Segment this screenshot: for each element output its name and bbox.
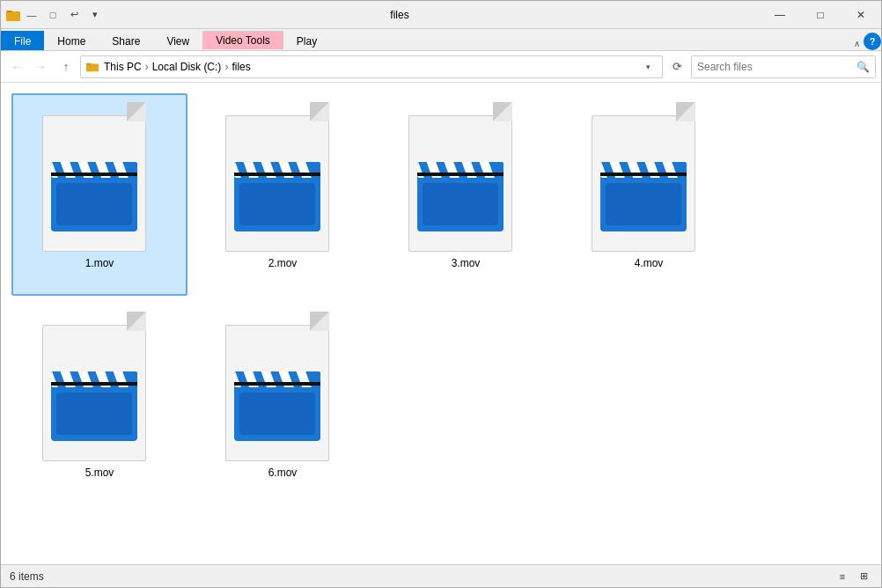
search-icon: 🔍 <box>856 61 870 73</box>
file-label: 5.mov <box>85 467 114 479</box>
svg-rect-3 <box>86 62 91 64</box>
breadcrumb-folder-icon <box>86 61 99 73</box>
clapper-icon <box>231 349 324 449</box>
minimize-button[interactable]: — <box>760 1 800 29</box>
address-bar[interactable]: This PC › Local Disk (C:) › files ▾ <box>80 55 663 78</box>
breadcrumb-localdisk[interactable]: Local Disk (C:) <box>152 61 222 73</box>
maximize-button[interactable]: □ <box>800 1 841 29</box>
status-bar: 6 items ≡ ⊞ <box>1 564 881 587</box>
file-item[interactable]: 3.mov <box>378 93 554 296</box>
ribbon-tabs: File Home Share View Video Tools Play ∧ … <box>1 29 881 50</box>
breadcrumb-thispc[interactable]: This PC <box>104 61 142 73</box>
clapper-icon <box>231 139 324 239</box>
clapper-icon <box>48 349 141 449</box>
svg-rect-34 <box>234 173 320 176</box>
back-button[interactable]: ← <box>6 56 27 77</box>
file-item[interactable]: 2.mov <box>195 93 371 296</box>
file-icon <box>42 102 157 252</box>
folder-icon <box>6 8 20 22</box>
large-icons-view-button[interactable]: ⊞ <box>855 568 872 585</box>
file-icon <box>225 312 340 461</box>
file-label: 6.mov <box>268 467 298 479</box>
file-icon <box>408 102 523 252</box>
file-icon <box>592 102 706 252</box>
svg-rect-1 <box>6 11 12 12</box>
help-button[interactable]: ? <box>864 33 881 50</box>
svg-rect-83 <box>56 393 132 435</box>
file-icon <box>225 102 340 252</box>
minimize-qat[interactable]: — <box>22 5 41 25</box>
search-box[interactable]: 🔍 <box>691 55 876 78</box>
tab-videotools[interactable]: Video Tools <box>202 31 283 50</box>
svg-rect-50 <box>417 173 503 176</box>
tab-play[interactable]: Play <box>283 31 330 50</box>
svg-rect-99 <box>239 393 315 435</box>
svg-rect-19 <box>56 183 132 225</box>
window-controls: — □ ✕ <box>760 1 881 29</box>
file-icon <box>42 312 157 461</box>
title-bar: — □ ↩ ▾ files — □ ✕ <box>1 1 881 29</box>
svg-rect-67 <box>606 183 681 225</box>
file-item[interactable]: 1.mov <box>11 93 187 296</box>
svg-rect-2 <box>86 63 99 71</box>
up-button[interactable]: ↑ <box>55 56 77 77</box>
svg-rect-51 <box>423 183 498 225</box>
item-count: 6 items <box>10 570 44 583</box>
file-label: 1.mov <box>85 257 114 269</box>
tab-share[interactable]: Share <box>99 31 153 50</box>
ribbon: File Home Share View Video Tools Play ∧ … <box>1 29 881 51</box>
svg-rect-35 <box>239 183 315 225</box>
file-label: 3.mov <box>452 257 481 269</box>
close-button[interactable]: ✕ <box>841 1 881 29</box>
file-item[interactable]: 6.mov <box>195 303 371 505</box>
svg-rect-18 <box>51 173 137 176</box>
file-grid: 1.mov <box>1 83 881 564</box>
forward-button[interactable]: → <box>31 56 52 77</box>
tab-view[interactable]: View <box>153 31 202 50</box>
file-label: 2.mov <box>268 257 298 269</box>
tab-home[interactable]: Home <box>44 31 99 50</box>
address-bar-row: ← → ↑ This PC › Local Disk (C:) › files … <box>1 51 881 83</box>
file-label: 4.mov <box>635 257 664 269</box>
clapper-icon <box>48 139 141 239</box>
svg-rect-0 <box>6 11 20 21</box>
ribbon-chevron[interactable]: ∧ <box>850 37 864 50</box>
svg-rect-98 <box>234 382 320 386</box>
search-input[interactable] <box>697 61 856 73</box>
svg-rect-66 <box>600 173 687 176</box>
clapper-icon <box>597 139 690 239</box>
clapper-icon <box>414 139 507 239</box>
window-title: files <box>40 9 760 21</box>
refresh-button[interactable]: ⟳ <box>666 56 687 77</box>
breadcrumb-files[interactable]: files <box>232 61 250 73</box>
address-dropdown-button[interactable]: ▾ <box>639 55 657 78</box>
file-item[interactable]: 4.mov <box>561 93 737 296</box>
file-item[interactable]: 5.mov <box>11 303 187 505</box>
view-controls: ≡ ⊞ <box>834 568 872 585</box>
svg-rect-82 <box>51 382 137 386</box>
tab-file[interactable]: File <box>1 31 44 50</box>
breadcrumb: This PC › Local Disk (C:) › files <box>86 61 251 73</box>
details-view-button[interactable]: ≡ <box>834 568 851 585</box>
